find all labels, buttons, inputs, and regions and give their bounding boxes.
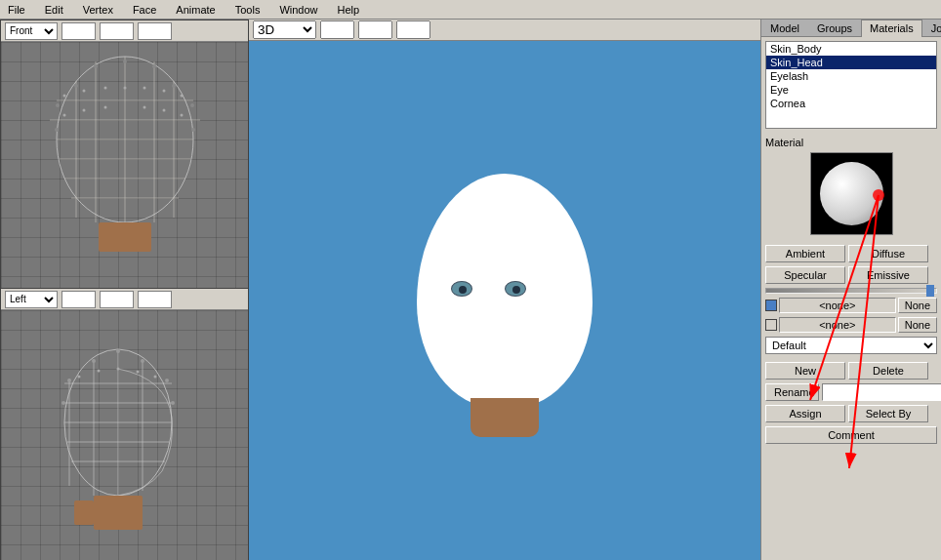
- material-type-dropdown-row: Default Phong Flat: [765, 337, 937, 354]
- svg-point-31: [104, 106, 107, 109]
- viewport-front-canvas[interactable]: [1, 42, 248, 289]
- viewport-front-type-select[interactable]: Front Back Left Right Top Bottom 3D: [5, 22, 58, 40]
- shininess-slider[interactable]: [765, 288, 937, 294]
- svg-point-15: [152, 64, 156, 68]
- shading-buttons-row1: Ambient Diffuse: [765, 245, 937, 262]
- viewport-3d-zoom[interactable]: 65: [320, 20, 354, 39]
- wireframe-left-svg: [1, 310, 248, 560]
- texture-slot-2: <none> None: [765, 317, 937, 333]
- comment-button[interactable]: Comment: [765, 426, 937, 444]
- tab-model[interactable]: Model: [761, 20, 808, 36]
- rename-button[interactable]: Rename: [765, 383, 819, 401]
- viewport-front-zoom[interactable]: 2: [61, 22, 96, 40]
- viewport-front-range-min[interactable]: -1024: [100, 22, 134, 40]
- svg-point-27: [163, 90, 166, 93]
- viewport-3d-val1[interactable]: 0.1: [358, 20, 392, 39]
- viewport-3d-type-select[interactable]: 3D Front Back Left Right Top Bottom: [253, 20, 316, 39]
- select-by-button[interactable]: Select By: [848, 405, 928, 422]
- assign-select-row: Assign Select By: [765, 405, 937, 422]
- specular-button[interactable]: Specular: [765, 266, 845, 284]
- eye-right: [505, 281, 526, 297]
- right-panel: Model Groups Materials Joints Skin_Body …: [760, 20, 941, 560]
- rename-input[interactable]: Skin_Head: [822, 383, 941, 401]
- viewport-left: Left Front Back Right Top Bottom 3D 2 -1…: [0, 288, 249, 560]
- material-label: Material: [765, 137, 937, 148]
- svg-point-49: [141, 359, 144, 363]
- material-item-skin-body[interactable]: Skin_Body: [766, 42, 936, 56]
- material-type-dropdown[interactable]: Default Phong Flat: [765, 337, 937, 354]
- menu-animate[interactable]: Animate: [172, 4, 219, 16]
- material-item-cornea[interactable]: Cornea: [766, 97, 936, 110]
- menubar: File Edit Vertex Face Animate Tools Wind…: [0, 0, 941, 20]
- svg-point-54: [78, 376, 81, 379]
- viewport-left-canvas[interactable]: [1, 310, 248, 560]
- tab-groups[interactable]: Groups: [808, 20, 861, 36]
- svg-point-56: [117, 368, 120, 371]
- materials-list[interactable]: Skin_Body Skin_Head Eyelash Eye Cornea: [765, 41, 937, 129]
- viewport-3d-val2[interactable]: 4096: [396, 20, 430, 39]
- wireframe-front-svg: [1, 42, 248, 289]
- svg-point-32: [143, 106, 146, 109]
- menu-face[interactable]: Face: [129, 4, 160, 16]
- svg-point-51: [165, 379, 169, 382]
- menu-file[interactable]: File: [4, 4, 29, 16]
- svg-rect-12: [99, 222, 151, 252]
- svg-point-58: [154, 376, 157, 379]
- shading-buttons-row2: Specular Emissive: [765, 266, 937, 284]
- texture-indicator-1: [765, 300, 777, 311]
- svg-point-19: [190, 103, 194, 107]
- emissive-button[interactable]: Emissive: [848, 266, 928, 284]
- diffuse-button[interactable]: Diffuse: [848, 245, 928, 262]
- svg-rect-45: [94, 496, 143, 530]
- svg-point-23: [83, 90, 86, 93]
- svg-point-16: [74, 84, 78, 88]
- svg-point-48: [92, 359, 96, 363]
- svg-point-50: [67, 379, 71, 382]
- svg-point-21: [191, 128, 195, 132]
- svg-point-25: [124, 87, 127, 90]
- svg-point-20: [55, 128, 59, 132]
- new-button[interactable]: New: [765, 362, 845, 380]
- tab-joints[interactable]: Joints: [922, 20, 941, 36]
- assign-button[interactable]: Assign: [765, 405, 845, 422]
- texture-field-2[interactable]: <none>: [779, 317, 896, 333]
- texture-field-1[interactable]: <none>: [779, 298, 896, 313]
- svg-point-14: [94, 64, 98, 68]
- svg-point-55: [98, 370, 101, 373]
- texture-indicator-2: [765, 319, 777, 331]
- svg-rect-46: [74, 500, 94, 525]
- menu-window[interactable]: Window: [275, 4, 321, 16]
- rename-row: Rename Skin_Head: [765, 383, 937, 401]
- svg-point-28: [181, 95, 184, 98]
- viewport-3d-canvas[interactable]: [249, 41, 760, 560]
- material-item-eyelash[interactable]: Eyelash: [766, 69, 936, 83]
- menu-vertex[interactable]: Vertex: [79, 4, 117, 16]
- viewport-front-range-max[interactable]: 1024: [138, 22, 172, 40]
- texture-none-btn-2[interactable]: None: [898, 317, 937, 333]
- svg-point-33: [163, 109, 166, 112]
- menu-edit[interactable]: Edit: [41, 4, 67, 16]
- eye-left: [451, 281, 472, 297]
- svg-point-24: [104, 87, 107, 90]
- material-section: Material: [761, 133, 941, 243]
- svg-point-53: [171, 401, 175, 405]
- material-item-eye[interactable]: Eye: [766, 83, 936, 97]
- viewport-left-range-min[interactable]: -1024: [100, 291, 134, 308]
- viewport-3d-toolbar: 3D Front Back Left Right Top Bottom 65 0…: [249, 20, 760, 41]
- viewport-left-zoom[interactable]: 2: [61, 291, 96, 308]
- ambient-button[interactable]: Ambient: [765, 245, 845, 262]
- viewport-left-toolbar: Left Front Back Right Top Bottom 3D 2 -1…: [1, 289, 248, 310]
- new-delete-row: New Delete: [765, 362, 937, 380]
- viewport-left-type-select[interactable]: Left Front Back Right Top Bottom 3D: [5, 291, 58, 308]
- svg-point-47: [116, 349, 120, 353]
- texture-none-btn-1[interactable]: None: [898, 298, 937, 313]
- slider-thumb: [926, 285, 934, 297]
- svg-point-13: [123, 60, 127, 63]
- texture-slot-1: <none> None: [765, 298, 937, 313]
- viewport-left-range-max[interactable]: 1024: [138, 291, 172, 308]
- menu-help[interactable]: Help: [334, 4, 364, 16]
- delete-button[interactable]: Delete: [848, 362, 928, 380]
- menu-tools[interactable]: Tools: [231, 4, 265, 16]
- tab-materials[interactable]: Materials: [861, 20, 922, 37]
- material-item-skin-head[interactable]: Skin_Head: [766, 56, 936, 69]
